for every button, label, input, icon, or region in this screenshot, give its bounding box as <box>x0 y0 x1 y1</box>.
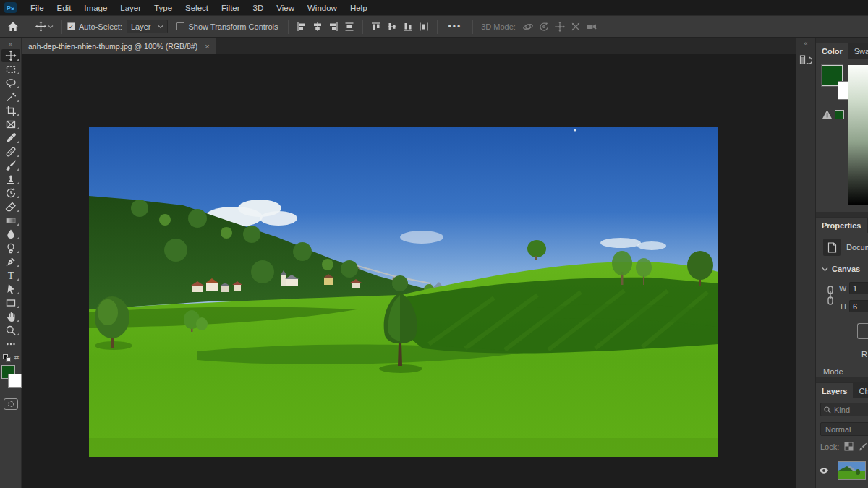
auto-select-checkbox[interactable]: ✓ <box>67 22 75 30</box>
lasso-tool[interactable] <box>1 77 20 90</box>
align-bottom-edges-button[interactable] <box>400 19 416 35</box>
blur-tool[interactable] <box>1 228 20 241</box>
eraser-tool[interactable] <box>1 200 20 213</box>
home-button[interactable] <box>4 18 22 35</box>
dock-collapse-button[interactable]: « <box>804 39 807 48</box>
tool-flyout-indicator <box>17 86 19 88</box>
move-tool-preset[interactable] <box>33 18 56 35</box>
properties-panel: Properties Docume Canvas <box>816 217 868 377</box>
align-top-edges-button[interactable] <box>368 19 384 35</box>
brush-tool[interactable] <box>1 159 20 172</box>
layer-thumbnail[interactable] <box>838 461 866 480</box>
background-color-swatch[interactable] <box>8 374 22 388</box>
menu-item-window[interactable]: Window <box>301 4 344 12</box>
tab-properties[interactable]: Properties <box>816 218 867 233</box>
distribute-horizontal-centers-button[interactable] <box>416 19 432 35</box>
eyedropper-tool[interactable] <box>1 132 20 145</box>
document-tab[interactable]: anh-dep-thien-nhien-thump.jpg @ 100% (RG… <box>22 38 216 54</box>
tool-flyout-indicator <box>17 237 19 239</box>
quick-selection-tool[interactable] <box>1 90 20 103</box>
crop-tool[interactable] <box>1 104 20 117</box>
document-properties-chip[interactable] <box>823 239 841 256</box>
panel-dock-strip: « <box>796 38 816 488</box>
quick-mask-button[interactable] <box>4 398 18 410</box>
rectangular-marquee-tool[interactable] <box>1 63 20 76</box>
menu-item-select[interactable]: Select <box>179 4 215 12</box>
3d-slide-button[interactable] <box>568 19 584 35</box>
align-horizontal-centers-button[interactable] <box>310 19 326 35</box>
show-transform-checkbox[interactable] <box>176 22 184 30</box>
photoshop-logo[interactable]: Ps <box>4 2 17 13</box>
clipped-control-icon[interactable] <box>857 323 868 339</box>
menu-item-3d[interactable]: 3D <box>247 4 271 12</box>
3d-mode-buttons <box>520 19 600 35</box>
edit-toolbar-tool[interactable] <box>1 338 20 351</box>
hand-tool[interactable] <box>1 310 20 323</box>
menu-item-filter[interactable]: Filter <box>215 4 247 12</box>
align-vertical-centers-button[interactable] <box>384 19 400 35</box>
layer-visibility-toggle[interactable] <box>816 467 832 474</box>
menu-item-edit[interactable]: Edit <box>51 4 78 12</box>
zoom-tool[interactable] <box>1 324 20 337</box>
move-tool[interactable] <box>1 49 20 62</box>
align-left-edges-button[interactable] <box>294 19 310 35</box>
menu-item-view[interactable]: View <box>270 4 301 12</box>
photoshop-window: Ps FileEditImageLayerTypeSelectFilter3DV… <box>0 0 868 488</box>
clone-stamp-tool[interactable] <box>1 173 20 186</box>
3d-orbit-button[interactable] <box>520 19 536 35</box>
more-options-button[interactable]: ••• <box>443 22 468 32</box>
3d-mode-label: 3D Mode: <box>481 22 516 31</box>
canvas-viewport[interactable] <box>22 54 796 488</box>
lock-transparency-button[interactable] <box>844 442 854 451</box>
tool-flyout-indicator <box>17 210 19 212</box>
svg-text:T: T <box>7 270 14 281</box>
blend-mode-dropdown[interactable]: Normal <box>820 422 868 436</box>
history-brush-tool[interactable] <box>1 187 20 200</box>
history-panel-button[interactable] <box>797 51 814 69</box>
color-ramp[interactable] <box>848 65 868 205</box>
frame-tool[interactable] <box>1 118 20 131</box>
tool-flyout-indicator <box>17 100 19 102</box>
gamut-color-swatch[interactable] <box>835 110 844 119</box>
menu-item-image[interactable]: Image <box>77 4 114 12</box>
tool-flyout-indicator <box>17 265 19 267</box>
pen-tool[interactable] <box>1 255 20 268</box>
menu-item-layer[interactable]: Layer <box>114 4 148 12</box>
toolbar-collapse-button[interactable]: » <box>9 39 12 49</box>
layer-filter-field[interactable]: Kind <box>820 403 868 416</box>
rectangle-tool[interactable] <box>1 296 20 309</box>
dodge-tool[interactable] <box>1 241 20 254</box>
tab-layers[interactable]: Layers <box>816 383 853 398</box>
3d-drag-button[interactable] <box>552 19 568 35</box>
tab-color[interactable]: Color <box>816 43 848 59</box>
link-dimensions-icon[interactable] <box>826 285 835 307</box>
tool-flyout-indicator <box>17 127 19 129</box>
lock-pixels-button[interactable] <box>859 442 868 451</box>
distribute-vertical-centers-button[interactable] <box>341 19 357 35</box>
lock-pixels-brush-icon <box>859 442 868 451</box>
tab-swatches[interactable]: Swat <box>848 43 868 59</box>
3d-zoom-camera-button[interactable] <box>584 19 600 35</box>
default-colors-control[interactable]: ⇄ <box>1 354 20 363</box>
tab-channels[interactable]: Chan <box>853 383 868 398</box>
menu-item-file[interactable]: File <box>24 4 51 12</box>
width-field[interactable]: 1 <box>849 282 868 294</box>
lock-label: Lock: <box>820 442 839 451</box>
type-tool[interactable]: T <box>1 269 20 282</box>
document-icon <box>827 242 837 253</box>
menu-item-help[interactable]: Help <box>344 4 374 12</box>
spot-healing-brush-tool[interactable] <box>1 145 20 158</box>
height-field[interactable]: 6 <box>849 300 868 312</box>
gamut-warning-icon[interactable] <box>822 109 833 119</box>
align-right-edges-button[interactable] <box>326 19 341 35</box>
menu-item-type[interactable]: Type <box>148 4 179 12</box>
swap-colors-icon[interactable]: ⇄ <box>14 354 20 361</box>
path-selection-tool[interactable] <box>1 283 20 296</box>
canvas-section-header[interactable]: Canvas <box>822 265 860 273</box>
auto-select-target-dropdown[interactable]: Layer <box>127 20 169 33</box>
close-tab-icon[interactable]: × <box>205 42 209 51</box>
layer-row[interactable] <box>816 459 868 482</box>
gradient-tool[interactable] <box>1 214 20 227</box>
3d-roll-button[interactable] <box>536 19 552 35</box>
separator <box>362 20 363 34</box>
